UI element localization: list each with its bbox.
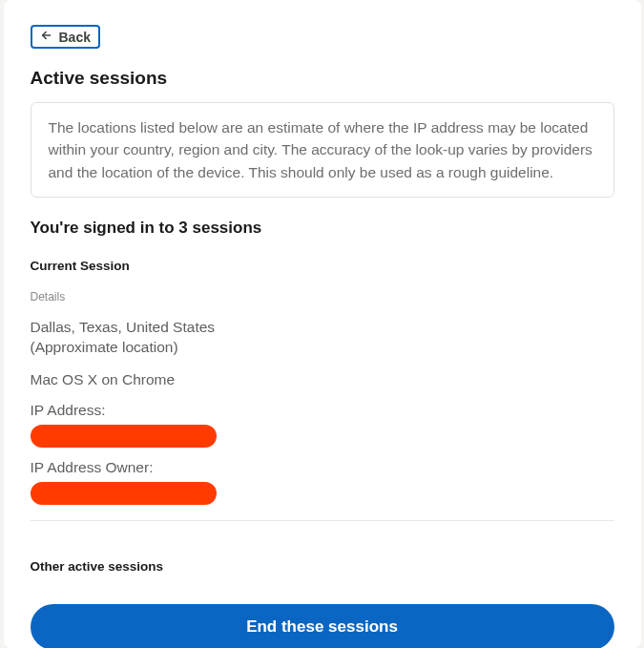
current-session-label: Current Session — [31, 259, 614, 273]
session-platform: Mac OS X on Chrome — [31, 369, 614, 390]
session-location: Dallas, Texas, United States (Approximat… — [31, 317, 614, 358]
page-title: Active sessions — [31, 68, 614, 89]
details-label: Details — [31, 290, 614, 303]
ip-address-redacted — [31, 425, 217, 448]
session-count: You're signed in to 3 sessions — [31, 219, 614, 238]
end-sessions-button[interactable]: End these sessions — [31, 604, 614, 648]
divider — [31, 520, 614, 521]
approximate-text: (Approximate location) — [31, 339, 178, 355]
settings-card: Back Active sessions The locations liste… — [4, 0, 641, 648]
back-button-label: Back — [59, 30, 91, 45]
arrow-left-icon — [40, 29, 53, 45]
ip-owner-label: IP Address Owner: — [31, 459, 614, 476]
ip-address-label: IP Address: — [31, 402, 614, 419]
ip-owner-redacted — [31, 482, 217, 505]
back-button[interactable]: Back — [31, 25, 100, 49]
location-notice: The locations listed below are an estima… — [31, 102, 614, 198]
other-sessions-label: Other active sessions — [31, 559, 614, 574]
location-text: Dallas, Texas, United States — [31, 319, 216, 335]
